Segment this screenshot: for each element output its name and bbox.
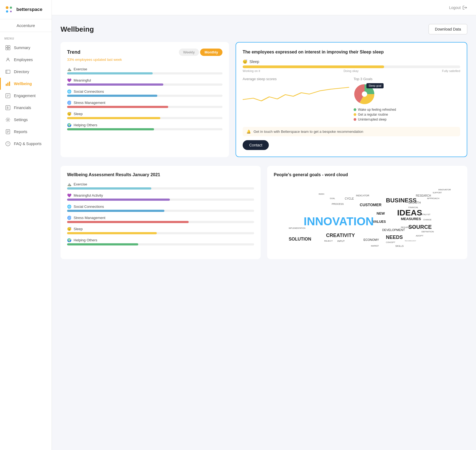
- assessment-item-icon: 🌍: [67, 238, 71, 242]
- word-cloud-word: DEFINITION: [421, 231, 434, 233]
- sidebar-item-summary[interactable]: Summary: [0, 42, 52, 54]
- svg-text:?: ?: [7, 142, 9, 145]
- word-cloud-word: REJECT: [324, 240, 333, 242]
- trend-items: ⛰️ Exercise 💜 Meaningful 🌐 Social Connec…: [67, 67, 222, 130]
- faq-icon: ?: [5, 141, 11, 146]
- assessment-item-label: 💜 Meaningful Activity: [67, 193, 254, 197]
- word-cloud-word: GOAL: [330, 197, 335, 199]
- wordcloud-card: People's general goals - word cloud INNO…: [267, 166, 467, 259]
- trend-item: 🌐 Social Connections: [67, 89, 222, 97]
- svg-point-25: [362, 91, 367, 97]
- logo-area: betterspace: [0, 0, 52, 19]
- assessment-bar-track: [67, 210, 254, 212]
- svg-point-1: [10, 7, 12, 9]
- top-row: Trend Weekly Monthly 33% employees updat…: [61, 42, 467, 157]
- sidebar-item-label: Summary: [14, 46, 30, 50]
- svg-point-0: [6, 6, 8, 9]
- sidebar-item-engagement[interactable]: Engagement: [0, 90, 52, 102]
- trend-item-icon: ⛰️: [67, 67, 71, 71]
- trend-subtitle: 33% employees updated last week: [67, 58, 222, 62]
- sleep-emoji: 😴: [243, 59, 247, 64]
- goal-dot: [354, 118, 356, 121]
- main-content: Wellbeing Download Data Trend Weekly Mon…: [52, 15, 476, 450]
- sidebar-item-settings[interactable]: Settings: [0, 114, 52, 126]
- trend-item: 💜 Meaningful: [67, 78, 222, 86]
- sidebar-item-financials[interactable]: Financials: [0, 102, 52, 114]
- directory-icon: [5, 69, 11, 74]
- assessment-bar-track: [67, 221, 254, 223]
- contact-button[interactable]: Contact: [243, 140, 269, 150]
- bar-track: [67, 95, 222, 97]
- sidebar-item-faq[interactable]: ? FAQ & Supports: [0, 138, 52, 150]
- word-cloud-word: MARKET: [371, 245, 379, 247]
- goal-item: Uninterrupted sleep: [354, 118, 460, 121]
- goal-item: Wake up feeling refreshed: [354, 108, 460, 112]
- word-cloud-word: INNOVATION: [304, 216, 374, 227]
- settings-icon: [5, 117, 11, 122]
- word-cloud-word: REQUIREMENT: [401, 226, 415, 228]
- bar-track: [67, 83, 222, 86]
- logout-label: Logout: [449, 5, 461, 10]
- assessment-item-name: Exercise: [74, 182, 87, 186]
- trend-item-name: Helping Others: [74, 123, 97, 127]
- sidebar-item-reports[interactable]: Reports: [0, 126, 52, 138]
- word-cloud-word: DEVELOPMENT: [382, 229, 405, 232]
- sidebar-item-directory[interactable]: Directory: [0, 66, 52, 78]
- scale-right: Fully satisfied: [442, 69, 460, 73]
- word-cloud-word: CUSTOMER: [360, 203, 382, 207]
- assessment-item-name: Helping Others: [74, 238, 97, 242]
- wordcloud: INNOVATIONIDEASBUSINESSCREATIVITYSOURCEN…: [274, 182, 461, 253]
- svg-rect-13: [9, 82, 10, 86]
- word-cloud-word: INPUT: [337, 240, 345, 242]
- trend-item-name: Social Connections: [74, 89, 104, 94]
- assessment-bar-fill: [67, 221, 189, 223]
- sidebar-item-employees[interactable]: Employees: [0, 54, 52, 66]
- wordcloud-title: People's general goals - word cloud: [274, 172, 461, 177]
- goals-section: Top 3 Goals Sleep goal: [354, 77, 460, 122]
- logout-button[interactable]: Logout: [449, 5, 467, 10]
- topbar: Logout: [52, 0, 476, 15]
- weekly-toggle[interactable]: Weekly: [179, 49, 199, 56]
- word-cloud-word: RESEARCH: [416, 194, 431, 197]
- word-cloud-word: ECONOMY: [363, 238, 379, 241]
- trend-item-label: 🌐 Social Connections: [67, 89, 222, 94]
- word-cloud-word: INNOVATOR: [438, 189, 451, 191]
- svg-rect-5: [8, 46, 10, 47]
- employees-icon: [5, 57, 11, 62]
- word-cloud-word: MEASURES: [401, 217, 421, 221]
- goal-items: Wake up feeling refreshedGet a regular r…: [354, 108, 460, 121]
- scores-section: Average sleep scores: [243, 77, 349, 122]
- word-cloud-word: PROCESS: [332, 203, 344, 205]
- svg-rect-7: [8, 48, 10, 50]
- pie-tooltip: Sleep goal: [366, 83, 384, 88]
- assessment-item-label: 🌐 Social Connections: [67, 205, 254, 209]
- assessment-item-icon: 🌐: [67, 205, 71, 209]
- word-cloud-word: VALUES: [373, 220, 386, 223]
- trend-item-icon: 😴: [67, 112, 71, 116]
- scores-goals-row: Average sleep scores Top 3 Goals: [243, 77, 460, 122]
- assessment-item-icon: 😴: [67, 227, 71, 231]
- assessment-bar-track: [67, 232, 254, 234]
- logo-text: betterspace: [16, 7, 42, 12]
- sleep-bar-section: 😴 Sleep Working on it Doing okay Fully s…: [243, 59, 460, 73]
- bar-track: [67, 106, 222, 108]
- sidebar-item-label: Engagement: [14, 94, 35, 98]
- sidebar-item-wellbeing[interactable]: Wellbeing: [0, 78, 52, 90]
- assessment-bar-fill: [67, 199, 170, 201]
- goal-dot: [354, 113, 356, 116]
- sidebar-item-label: Directory: [14, 70, 29, 74]
- trend-item: 😴 Sleep: [67, 112, 222, 119]
- svg-rect-12: [7, 83, 8, 86]
- assessment-item-label: 🌀 Stress Management: [67, 216, 254, 220]
- bar-fill: [67, 128, 154, 130]
- word-cloud-word: SOLUTION: [289, 237, 311, 241]
- word-cloud-word: IMPLEMENTATION: [289, 227, 305, 229]
- trend-item-icon: 🌐: [67, 89, 71, 94]
- monthly-toggle[interactable]: Monthly: [200, 49, 222, 56]
- assessment-item: ⛰️ Exercise: [67, 182, 254, 190]
- bar-track: [67, 117, 222, 119]
- trend-item: 🌀 Stress Management: [67, 101, 222, 108]
- download-button[interactable]: Download Data: [429, 24, 467, 34]
- word-cloud-word: NEW: [376, 212, 385, 215]
- sidebar-item-label: Financials: [14, 106, 31, 110]
